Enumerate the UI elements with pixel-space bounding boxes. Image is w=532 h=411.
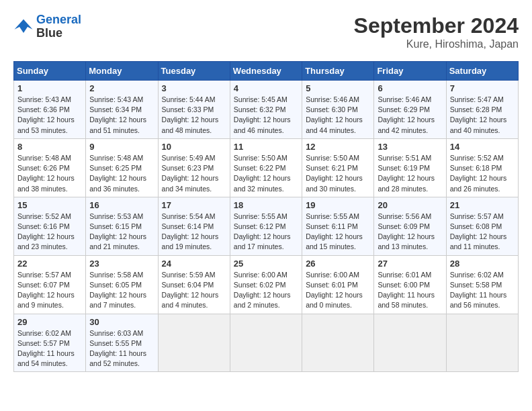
col-sunday: Sunday	[14, 62, 86, 81]
table-row: 28 Sunrise: 6:02 AMSunset: 5:58 PMDaylig…	[446, 255, 518, 314]
table-row: 6 Sunrise: 5:46 AMSunset: 6:29 PMDayligh…	[374, 81, 446, 139]
title-block: September 2024 Kure, Hiroshima, Japan	[354, 13, 519, 50]
calendar-table: Sunday Monday Tuesday Wednesday Thursday…	[13, 61, 519, 372]
svg-marker-0	[15, 19, 33, 33]
table-row: 4 Sunrise: 5:45 AMSunset: 6:32 PMDayligh…	[230, 81, 302, 139]
table-row: 5 Sunrise: 5:46 AMSunset: 6:30 PMDayligh…	[302, 81, 374, 139]
table-row: 26 Sunrise: 6:00 AMSunset: 6:01 PMDaylig…	[302, 255, 374, 314]
table-row	[158, 314, 230, 372]
table-row: 8 Sunrise: 5:48 AMSunset: 6:26 PMDayligh…	[14, 138, 86, 197]
table-row: 9 Sunrise: 5:48 AMSunset: 6:25 PMDayligh…	[86, 138, 158, 197]
table-row: 3 Sunrise: 5:44 AMSunset: 6:33 PMDayligh…	[158, 81, 230, 139]
table-row: 25 Sunrise: 6:00 AMSunset: 6:02 PMDaylig…	[230, 255, 302, 314]
col-wednesday: Wednesday	[230, 62, 302, 81]
calendar-row: 22 Sunrise: 5:57 AMSunset: 6:07 PMDaylig…	[14, 255, 519, 314]
table-row: 12 Sunrise: 5:50 AMSunset: 6:21 PMDaylig…	[302, 138, 374, 197]
table-row: 29 Sunrise: 6:02 AMSunset: 5:57 PMDaylig…	[14, 314, 86, 372]
logo-text: General Blue	[36, 13, 81, 40]
table-row: 21 Sunrise: 5:57 AMSunset: 6:08 PMDaylig…	[446, 197, 518, 255]
col-tuesday: Tuesday	[158, 62, 230, 81]
calendar-header-row: Sunday Monday Tuesday Wednesday Thursday…	[14, 62, 519, 81]
calendar-row: 29 Sunrise: 6:02 AMSunset: 5:57 PMDaylig…	[14, 314, 519, 372]
table-row: 14 Sunrise: 5:52 AMSunset: 6:18 PMDaylig…	[446, 138, 518, 197]
table-row: 11 Sunrise: 5:50 AMSunset: 6:22 PMDaylig…	[230, 138, 302, 197]
table-row	[302, 314, 374, 372]
logo-icon	[13, 17, 34, 37]
table-row: 22 Sunrise: 5:57 AMSunset: 6:07 PMDaylig…	[14, 255, 86, 314]
table-row	[230, 314, 302, 372]
table-row: 15 Sunrise: 5:52 AMSunset: 6:16 PMDaylig…	[14, 197, 86, 255]
table-row: 20 Sunrise: 5:56 AMSunset: 6:09 PMDaylig…	[374, 197, 446, 255]
page-subtitle: Kure, Hiroshima, Japan	[354, 38, 519, 50]
table-row	[374, 314, 446, 372]
table-row: 13 Sunrise: 5:51 AMSunset: 6:19 PMDaylig…	[374, 138, 446, 197]
calendar-row: 1 Sunrise: 5:43 AMSunset: 6:36 PMDayligh…	[14, 81, 519, 139]
col-monday: Monday	[86, 62, 158, 81]
table-row: 1 Sunrise: 5:43 AMSunset: 6:36 PMDayligh…	[14, 81, 86, 139]
table-row: 24 Sunrise: 5:59 AMSunset: 6:04 PMDaylig…	[158, 255, 230, 314]
table-row: 16 Sunrise: 5:53 AMSunset: 6:15 PMDaylig…	[86, 197, 158, 255]
table-row: 7 Sunrise: 5:47 AMSunset: 6:28 PMDayligh…	[446, 81, 518, 139]
table-row: 23 Sunrise: 5:58 AMSunset: 6:05 PMDaylig…	[86, 255, 158, 314]
table-row: 19 Sunrise: 5:55 AMSunset: 6:11 PMDaylig…	[302, 197, 374, 255]
col-thursday: Thursday	[302, 62, 374, 81]
table-row: 27 Sunrise: 6:01 AMSunset: 6:00 PMDaylig…	[374, 255, 446, 314]
page-title: September 2024	[354, 13, 519, 38]
table-row: 17 Sunrise: 5:54 AMSunset: 6:14 PMDaylig…	[158, 197, 230, 255]
table-row: 10 Sunrise: 5:49 AMSunset: 6:23 PMDaylig…	[158, 138, 230, 197]
table-row	[446, 314, 518, 372]
col-friday: Friday	[374, 62, 446, 81]
calendar-row: 15 Sunrise: 5:52 AMSunset: 6:16 PMDaylig…	[14, 197, 519, 255]
logo: General Blue	[13, 13, 81, 40]
col-saturday: Saturday	[446, 62, 518, 81]
table-row: 2 Sunrise: 5:43 AMSunset: 6:34 PMDayligh…	[86, 81, 158, 139]
table-row: 30 Sunrise: 6:03 AMSunset: 5:55 PMDaylig…	[86, 314, 158, 372]
calendar-row: 8 Sunrise: 5:48 AMSunset: 6:26 PMDayligh…	[14, 138, 519, 197]
table-row: 18 Sunrise: 5:55 AMSunset: 6:12 PMDaylig…	[230, 197, 302, 255]
page-header: General Blue September 2024 Kure, Hirosh…	[13, 13, 519, 50]
